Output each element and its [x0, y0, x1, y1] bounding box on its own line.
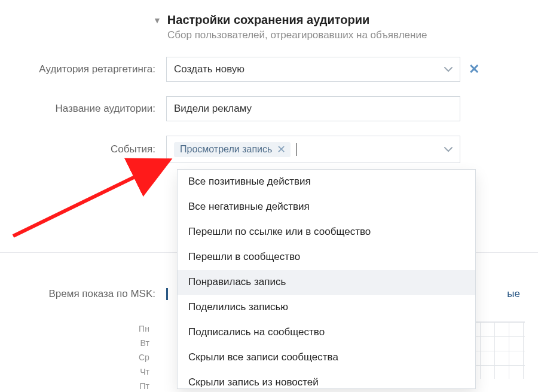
day-label: Пт — [139, 379, 149, 392]
events-row: События: Просмотрели запись ✕ — [0, 136, 538, 163]
event-tag-label: Просмотрели запись — [180, 145, 272, 154]
time-row: Время показа по MSK: — [0, 288, 172, 300]
audience-name-value: Видели рекламу — [174, 103, 252, 115]
name-row: Название аудитории: Видели рекламу — [0, 96, 538, 121]
collapse-triangle-icon[interactable]: ▼ — [153, 16, 161, 25]
day-labels: ПнВтСрЧтПт — [139, 321, 149, 392]
svg-line-0 — [13, 160, 169, 236]
time-label: Время показа по MSK: — [0, 288, 166, 300]
section-subtitle: Сбор пользователей, отреагировавших на о… — [167, 29, 538, 41]
event-tag: Просмотрели запись ✕ — [174, 142, 291, 157]
retarget-label: Аудитория ретаргетинга: — [0, 63, 166, 75]
day-label: Пн — [139, 321, 149, 336]
chevron-down-icon — [444, 143, 453, 155]
events-label: События: — [0, 143, 166, 155]
retarget-value: Создать новую — [174, 63, 244, 75]
dropdown-option[interactable]: Все негативные действия — [178, 195, 475, 220]
chevron-down-icon — [444, 63, 453, 75]
dropdown-option[interactable]: Все позитивные действия — [178, 170, 475, 195]
dropdown-option[interactable]: Перешли по ссылке или в сообщество — [178, 220, 475, 245]
text-cursor — [296, 143, 297, 156]
dropdown-option[interactable]: Понравилась запись — [178, 270, 475, 295]
events-dropdown[interactable]: Все позитивные действияВсе негативные де… — [177, 169, 476, 389]
dropdown-option[interactable]: Скрыли все записи сообщества — [178, 345, 475, 370]
time-accent-bar — [166, 288, 168, 300]
right-link-fragment[interactable]: ые — [507, 288, 520, 300]
dropdown-option[interactable]: Подписались на сообщество — [178, 320, 475, 345]
audience-name-input[interactable]: Видели рекламу — [166, 96, 460, 121]
day-label: Вт — [139, 336, 149, 350]
section-header: ▼ Настройки сохранения аудитории Сбор по… — [153, 13, 538, 41]
day-label: Ср — [139, 350, 149, 365]
day-label: Чт — [139, 365, 149, 379]
name-label: Название аудитории: — [0, 103, 166, 115]
dropdown-option[interactable]: Перешли в сообщество — [178, 245, 475, 270]
events-multiselect[interactable]: Просмотрели запись ✕ — [166, 136, 460, 163]
section-title: Настройки сохранения аудитории — [167, 13, 369, 27]
remove-retarget-button[interactable]: ✕ — [469, 62, 479, 77]
retarget-select[interactable]: Создать новую — [166, 57, 460, 82]
dropdown-option[interactable]: Поделились записью — [178, 295, 475, 320]
retarget-row: Аудитория ретаргетинга: Создать новую ✕ — [0, 57, 538, 82]
dropdown-option[interactable]: Скрыли запись из новостей — [178, 370, 475, 389]
event-tag-remove[interactable]: ✕ — [277, 144, 286, 155]
